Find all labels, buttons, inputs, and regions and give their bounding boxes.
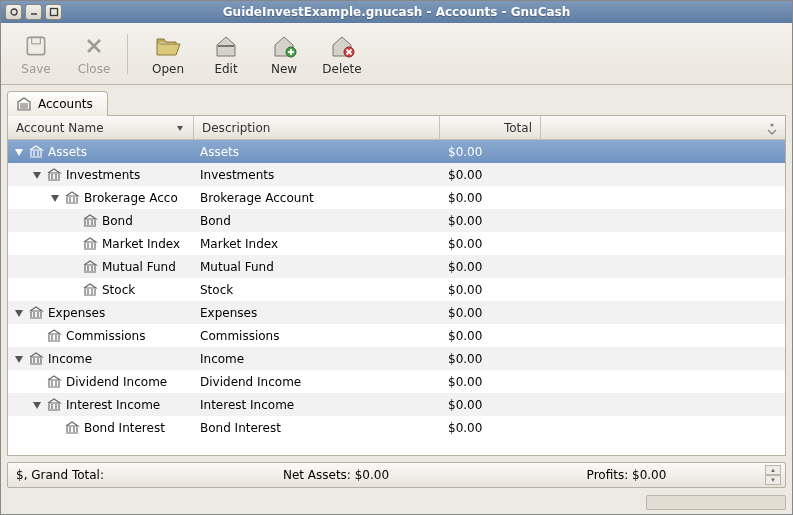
account-icon xyxy=(28,351,44,367)
account-name: Interest Income xyxy=(66,398,160,412)
account-total: $0.00 xyxy=(440,283,541,297)
column-header-total[interactable]: Total xyxy=(440,116,541,139)
column-configure[interactable] xyxy=(541,116,785,139)
title-bar[interactable]: GuideInvestExample.gnucash - Accounts - … xyxy=(1,1,792,23)
edit-icon xyxy=(211,32,241,60)
svg-point-17 xyxy=(770,123,773,126)
tab-accounts[interactable]: Accounts xyxy=(7,91,108,116)
profits-label: Profits: $0.00 xyxy=(476,468,777,482)
account-total: $0.00 xyxy=(440,329,541,343)
delete-label: Delete xyxy=(322,62,361,76)
account-icon xyxy=(82,259,98,275)
close-tab-button: Close xyxy=(65,27,123,81)
account-description: Interest Income xyxy=(194,398,440,412)
close-icon xyxy=(79,32,109,60)
open-icon xyxy=(153,32,183,60)
accounts-rows[interactable]: AssetsAssets$0.00InvestmentsInvestments$… xyxy=(8,140,785,455)
account-total: $0.00 xyxy=(440,168,541,182)
account-row[interactable]: Dividend IncomeDividend Income$0.00 xyxy=(8,370,785,393)
account-description: Market Index xyxy=(194,237,440,251)
column-header-row: Account Name Description Total xyxy=(8,116,785,140)
account-row[interactable]: InvestmentsInvestments$0.00 xyxy=(8,163,785,186)
account-description: Brokerage Account xyxy=(194,191,440,205)
tree-expander xyxy=(30,375,44,389)
tree-expander xyxy=(66,214,80,228)
account-row[interactable]: CommissionsCommissions$0.00 xyxy=(8,324,785,347)
window-menu-button[interactable] xyxy=(5,4,22,20)
new-label: New xyxy=(271,62,297,76)
account-total: $0.00 xyxy=(440,145,541,159)
account-name: Assets xyxy=(48,145,87,159)
maximize-button[interactable] xyxy=(45,4,62,20)
accounts-tree-panel: Account Name Description Total AssetsAss… xyxy=(7,115,786,456)
account-name: Dividend Income xyxy=(66,375,167,389)
account-row[interactable]: ExpensesExpenses$0.00 xyxy=(8,301,785,324)
sort-descending-icon xyxy=(175,123,185,133)
summary-bar[interactable]: $, Grand Total: Net Assets: $0.00 Profit… xyxy=(7,462,786,488)
grand-total-label: $, Grand Total: xyxy=(16,468,196,482)
column-header-description[interactable]: Description xyxy=(194,116,440,139)
minimize-button[interactable] xyxy=(25,4,42,20)
tree-expander xyxy=(48,421,62,435)
account-total: $0.00 xyxy=(440,191,541,205)
account-description: Commissions xyxy=(194,329,440,343)
column-chooser-icon xyxy=(765,121,779,135)
svg-rect-2 xyxy=(50,9,57,16)
account-row[interactable]: Mutual FundMutual Fund$0.00 xyxy=(8,255,785,278)
account-row[interactable]: Bond InterestBond Interest$0.00 xyxy=(8,416,785,439)
account-total: $0.00 xyxy=(440,260,541,274)
account-row[interactable]: StockStock$0.00 xyxy=(8,278,785,301)
account-row[interactable]: IncomeIncome$0.00 xyxy=(8,347,785,370)
account-icon xyxy=(46,374,62,390)
account-icon xyxy=(28,305,44,321)
column-header-name[interactable]: Account Name xyxy=(8,116,194,139)
tab-strip: Accounts xyxy=(1,85,792,115)
account-icon xyxy=(28,144,44,160)
account-row[interactable]: BondBond$0.00 xyxy=(8,209,785,232)
toolbar-separator xyxy=(127,34,135,74)
edit-button[interactable]: Edit xyxy=(197,27,255,81)
account-icon xyxy=(46,167,62,183)
delete-button[interactable]: Delete xyxy=(313,27,371,81)
account-row[interactable]: Brokerage AccoBrokerage Account$0.00 xyxy=(8,186,785,209)
tree-expander[interactable] xyxy=(30,398,44,412)
tree-expander xyxy=(30,329,44,343)
gnucash-window: GuideInvestExample.gnucash - Accounts - … xyxy=(0,0,793,515)
account-row[interactable]: Market IndexMarket Index$0.00 xyxy=(8,232,785,255)
account-icon xyxy=(64,190,80,206)
account-total: $0.00 xyxy=(440,214,541,228)
save-label: Save xyxy=(21,62,50,76)
account-total: $0.00 xyxy=(440,421,541,435)
account-row[interactable]: AssetsAssets$0.00 xyxy=(8,140,785,163)
tree-expander[interactable] xyxy=(12,145,26,159)
tree-expander[interactable] xyxy=(12,352,26,366)
new-icon xyxy=(269,32,299,60)
new-button[interactable]: New xyxy=(255,27,313,81)
account-name: Commissions xyxy=(66,329,145,343)
status-bar xyxy=(1,490,792,514)
account-name: Bond Interest xyxy=(84,421,165,435)
account-name: Investments xyxy=(66,168,140,182)
open-button[interactable]: Open xyxy=(139,27,197,81)
toolbar: Save Close Open Edit New Delete xyxy=(1,23,792,85)
tree-expander[interactable] xyxy=(48,191,62,205)
account-description: Assets xyxy=(194,145,440,159)
tree-expander[interactable] xyxy=(12,306,26,320)
column-name-label: Account Name xyxy=(16,121,104,135)
window-title: GuideInvestExample.gnucash - Accounts - … xyxy=(1,5,792,19)
account-description: Income xyxy=(194,352,440,366)
column-total-label: Total xyxy=(504,121,532,135)
progress-well xyxy=(646,495,786,510)
save-icon xyxy=(21,32,51,60)
account-description: Dividend Income xyxy=(194,375,440,389)
column-desc-label: Description xyxy=(202,121,270,135)
tab-label: Accounts xyxy=(38,97,93,111)
account-total: $0.00 xyxy=(440,237,541,251)
account-row[interactable]: Interest IncomeInterest Income$0.00 xyxy=(8,393,785,416)
svg-rect-7 xyxy=(218,45,234,47)
tree-expander[interactable] xyxy=(30,168,44,182)
spinner-down[interactable]: ▾ xyxy=(765,475,781,485)
account-description: Bond Interest xyxy=(194,421,440,435)
summary-spinner[interactable]: ▴ ▾ xyxy=(765,465,781,485)
spinner-up[interactable]: ▴ xyxy=(765,465,781,475)
